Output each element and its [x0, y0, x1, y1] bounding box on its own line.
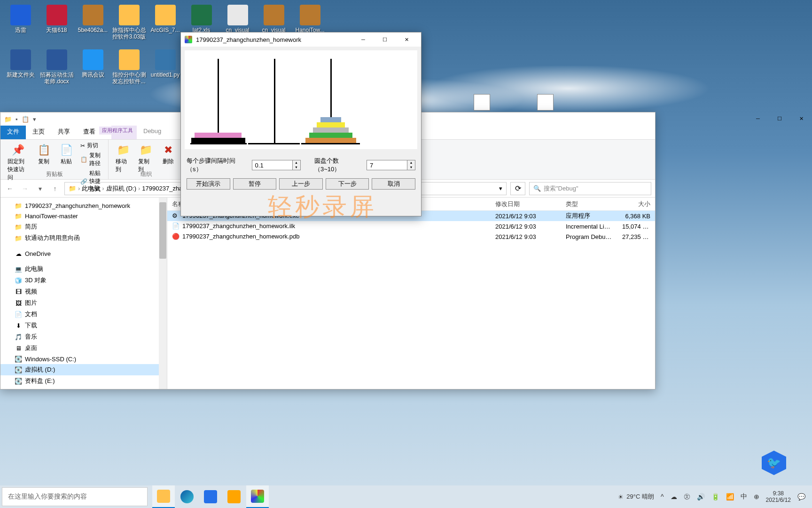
spin-down-icon[interactable]: ▼: [407, 165, 415, 170]
qat-item[interactable]: 📋: [22, 116, 29, 123]
chevron-down-icon[interactable]: ▾: [499, 185, 502, 192]
desktop-icon[interactable]: untitled1.py: [147, 47, 183, 89]
desktop-icon[interactable]: 天猫618: [39, 2, 75, 45]
taskbar-search[interactable]: 在这里输入你要搜索的内容: [2, 487, 148, 506]
sidebar-item[interactable]: 🎵音乐: [0, 331, 167, 342]
file-row[interactable]: 📄17990237_zhangchunzhen_homework.ilk2021…: [167, 221, 655, 231]
desktop-icon[interactable]: 新建文件夹: [2, 47, 39, 89]
file-size: 6,368 KB: [617, 213, 655, 220]
file-date: 2021/6/12 9:03: [491, 223, 561, 230]
close-button[interactable]: ✕: [396, 33, 417, 47]
count-input[interactable]: [367, 160, 407, 170]
copypath-button[interactable]: 📋复制路径: [79, 151, 103, 168]
taskbar-explorer[interactable]: [152, 485, 175, 508]
tray-wifi-icon[interactable]: 📶: [726, 493, 734, 500]
sidebar-item[interactable]: 📁简历: [0, 221, 167, 232]
weather-widget[interactable]: ☀ 29°C 晴朗: [618, 492, 654, 501]
sidebar-item[interactable]: 💽虚拟机 (D:): [0, 364, 167, 375]
hanoi-titlebar[interactable]: 17990237_zhangchunzhen_homework ─ ☐ ✕: [181, 32, 421, 47]
sidebar-label: 音乐: [25, 333, 37, 341]
cancel-button[interactable]: 取消: [372, 178, 415, 190]
tray-input-icon[interactable]: ㉆: [684, 492, 690, 501]
col-type[interactable]: 类型: [561, 200, 617, 208]
delete-button[interactable]: ✖删除: [158, 141, 178, 167]
taskbar-app2[interactable]: [223, 485, 245, 508]
scrollbar[interactable]: [159, 198, 167, 389]
chevron-right-icon[interactable]: ›: [138, 185, 140, 192]
spin-up-icon[interactable]: ▲: [407, 160, 415, 165]
tab-share[interactable]: 共享: [51, 126, 77, 139]
desktop-icon[interactable]: ArcGIS_7...: [147, 2, 183, 45]
mini-window: [474, 94, 490, 111]
sidebar-item[interactable]: 🧊3D 对象: [0, 275, 167, 286]
qat-item[interactable]: ▾: [33, 116, 36, 123]
sidebar-label: 桌面: [25, 344, 37, 352]
sidebar-label: 视频: [25, 287, 37, 296]
clock[interactable]: 9:38 2021/6/12: [766, 490, 791, 504]
sidebar-item[interactable]: 🎞视频: [0, 286, 167, 297]
spin-down-icon[interactable]: ▼: [293, 165, 300, 170]
sidebar-item[interactable]: 📁软通动力聘用意向函: [0, 232, 167, 244]
scrollbar-thumb[interactable]: [159, 202, 166, 259]
sidebar-item[interactable]: 🖼图片: [0, 297, 167, 309]
icon-label: 天猫618: [45, 27, 68, 33]
pause-button[interactable]: 暂停: [233, 178, 277, 190]
app-icon: [155, 5, 176, 25]
maximize-button[interactable]: ☐: [769, 112, 790, 125]
sidebar-item[interactable]: ⬇下载: [0, 320, 167, 331]
desktop-icon[interactable]: 旅指挥中心总控软件3.03版: [111, 2, 147, 45]
interval-spinner[interactable]: ▲▼: [252, 160, 301, 170]
tray-ime-icon[interactable]: 中: [741, 492, 747, 501]
minimize-button[interactable]: ─: [352, 33, 374, 47]
group-label-clipboard: 剪贴板: [0, 170, 108, 178]
desktop-icon[interactable]: 腾讯会议: [75, 47, 111, 89]
sidebar-label: 17990237_zhangchunzhen_homework: [25, 202, 130, 209]
sidebar-item[interactable]: 📄文档: [0, 309, 167, 320]
spin-up-icon[interactable]: ▲: [293, 160, 300, 165]
interval-input[interactable]: [252, 160, 292, 170]
tab-home[interactable]: 主页: [26, 126, 51, 139]
paste-button[interactable]: 📄粘贴: [56, 141, 76, 167]
close-button[interactable]: ✕: [790, 112, 812, 125]
sidebar-item[interactable]: 📁17990237_zhangchunzhen_homework: [0, 200, 167, 211]
tab-file[interactable]: 文件: [0, 126, 26, 139]
sidebar-item[interactable]: 💻此电脑: [0, 263, 167, 275]
col-date[interactable]: 修改日期: [491, 200, 561, 208]
desktop-icon[interactable]: 招募运动生活老师.docx: [39, 47, 75, 89]
notifications-icon[interactable]: 💬: [797, 493, 805, 500]
search-input[interactable]: 🔍 搜索"Debug": [529, 182, 651, 195]
taskbar-hanoi[interactable]: [246, 485, 269, 508]
refresh-button[interactable]: ⟳: [510, 182, 525, 195]
desktop-icon[interactable]: 5be4062a...: [75, 2, 111, 45]
maximize-button[interactable]: ☐: [374, 33, 396, 47]
folder-icon: 📁: [15, 223, 22, 230]
sidebar-item[interactable]: ☁OneDrive: [0, 248, 167, 259]
desktop-icon[interactable]: 迅雷: [2, 2, 39, 45]
cut-button[interactable]: ✂剪切: [79, 141, 103, 150]
copy-button[interactable]: 📋复制: [34, 141, 54, 167]
crumb-item[interactable]: 虚拟机 (D:): [106, 184, 136, 193]
tray-chevron-icon[interactable]: ^: [661, 493, 664, 500]
taskbar-edge[interactable]: [176, 485, 198, 508]
tab-view[interactable]: 查看: [77, 126, 102, 139]
tray-app-icon[interactable]: ⊕: [754, 493, 759, 500]
start-button[interactable]: 开始演示: [187, 178, 230, 190]
count-spinner[interactable]: ▲▼: [367, 160, 415, 170]
tray-volume-icon[interactable]: 🔊: [697, 493, 705, 500]
sidebar-item[interactable]: 🖥桌面: [0, 342, 167, 354]
next-button[interactable]: 下一步: [326, 178, 369, 190]
prev-button[interactable]: 上一步: [279, 178, 323, 190]
taskbar-app1[interactable]: [199, 485, 222, 508]
sidebar-item[interactable]: 💽Windows-SSD (C:): [0, 354, 167, 364]
sidebar-item[interactable]: 📁HanoiTower-master: [0, 211, 167, 221]
window-title: 17990237_zhangchunzhen_homework: [196, 36, 352, 43]
tab-debug[interactable]: Debug: [137, 126, 168, 139]
tray-battery-icon[interactable]: 🔋: [711, 493, 719, 500]
minimize-button[interactable]: ─: [747, 112, 769, 125]
sidebar-item[interactable]: 💽资料盘 (E:): [0, 375, 167, 387]
desktop-icon[interactable]: 指控分中心测发忘控软件...: [111, 47, 147, 89]
file-row[interactable]: 🔴17990237_zhangchunzhen_homework.pdb2021…: [167, 231, 655, 242]
col-size[interactable]: 大小: [617, 200, 655, 208]
qat-item[interactable]: ▪: [16, 116, 18, 123]
tray-onedrive-icon[interactable]: ☁: [671, 493, 677, 500]
